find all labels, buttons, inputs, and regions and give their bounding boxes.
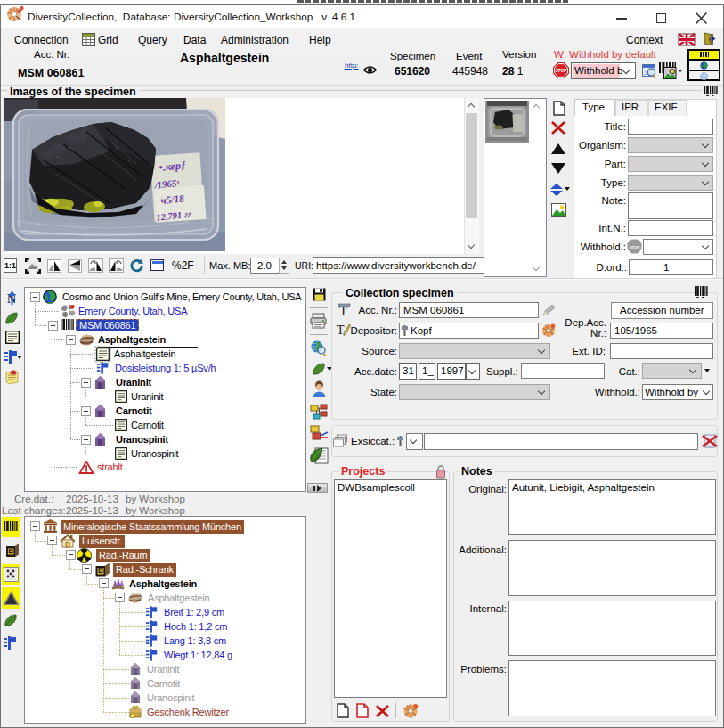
svg-text:STOP: STOP xyxy=(556,69,566,73)
svg-text:T: T xyxy=(337,323,345,337)
svg-text:STOP: STOP xyxy=(630,245,640,249)
